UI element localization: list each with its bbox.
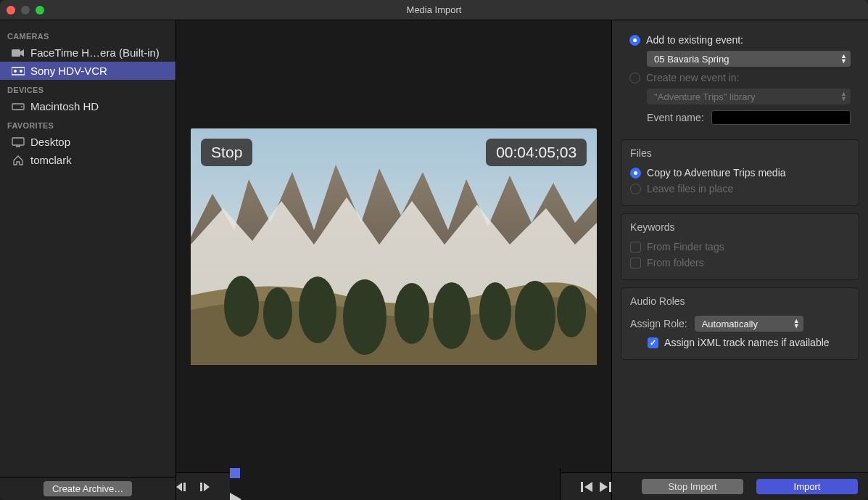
sidebar-item-home[interactable]: tomclark [0, 151, 175, 169]
video-preview: Stop 00:04:05;03 [191, 128, 597, 365]
sidebar-item-label: Desktop [30, 136, 70, 148]
svg-rect-22 [609, 482, 611, 492]
assign-ixml-check[interactable]: Assign iXML track names if available [630, 335, 850, 351]
select-value: "Adventure Trips" library [654, 91, 755, 102]
event-panel: Add to existing event: 05 Bavaria Spring… [621, 29, 859, 132]
checkbox-unchecked-icon [630, 258, 641, 269]
radio-unchecked-icon [629, 73, 640, 83]
maximize-window-button[interactable] [36, 6, 44, 15]
assign-role-label: Assign Role: [630, 318, 687, 329]
svg-point-15 [479, 282, 511, 340]
svg-point-17 [557, 285, 586, 337]
window-title: Media Import [0, 4, 868, 15]
preview-stop-button[interactable]: Stop [201, 139, 252, 166]
updown-caret-icon: ▲▼ [840, 54, 847, 64]
radio-label: Leave files in place [647, 183, 733, 194]
from-folders-check: From folders [630, 255, 850, 271]
close-window-button[interactable] [7, 6, 15, 15]
sidebar-item-sony-hdv[interactable]: Sony HDV-VCR [0, 62, 175, 80]
minimize-window-button[interactable] [21, 6, 30, 15]
add-to-existing-radio[interactable]: Add to existing event: [629, 32, 851, 48]
panel-title: Audio Roles [630, 295, 850, 307]
from-finder-tags-check: From Finder tags [630, 239, 850, 255]
svg-point-13 [394, 283, 429, 344]
audio-roles-panel: Audio Roles Assign Role: Automatically ▲… [621, 287, 859, 360]
import-button[interactable]: Import [756, 479, 858, 494]
select-value: Automatically [702, 319, 758, 329]
sidebar-item-macintosh-hd[interactable]: Macintosh HD [0, 97, 175, 115]
home-icon [12, 155, 25, 165]
svg-point-14 [433, 282, 471, 349]
checkbox-checked-icon [648, 337, 658, 348]
camera-icon [12, 48, 25, 58]
assign-role-select[interactable]: Automatically ▲▼ [695, 316, 803, 332]
sidebar-item-desktop[interactable]: Desktop [0, 133, 175, 151]
sidebar: CAMERAS FaceTime H…era (Built-in) Sony H… [0, 20, 176, 500]
desktop-icon [12, 137, 25, 147]
next-frame-button[interactable] [197, 482, 210, 492]
leave-in-place-radio: Leave files in place [630, 181, 850, 197]
radio-label: Copy to Adventure Trips media [647, 167, 785, 179]
svg-rect-18 [183, 483, 186, 491]
existing-event-select[interactable]: 05 Bavaria Spring ▲▼ [647, 51, 851, 67]
radio-unchecked-icon [630, 184, 641, 194]
event-name-label: Event name: [647, 112, 704, 123]
svg-point-2 [14, 70, 17, 73]
keywords-panel: Keywords From Finder tags From folders [621, 213, 859, 280]
svg-point-3 [20, 70, 22, 73]
svg-point-12 [343, 279, 387, 355]
sidebar-item-label: Sony HDV-VCR [30, 65, 107, 77]
stop-import-button[interactable]: Stop Import [642, 479, 743, 494]
files-panel: Files Copy to Adventure Trips media Leav… [621, 139, 859, 206]
go-to-start-button[interactable] [581, 482, 592, 492]
checkbox-unchecked-icon [630, 242, 641, 253]
sidebar-header-cameras: CAMERAS [0, 26, 175, 44]
drive-icon [12, 102, 25, 112]
check-label: From Finder tags [647, 241, 724, 253]
preview-timecode: 00:04:05;03 [486, 139, 587, 166]
svg-rect-7 [16, 146, 20, 147]
prev-frame-button[interactable] [176, 482, 189, 492]
svg-point-11 [299, 276, 336, 343]
panel-title: Files [630, 147, 850, 159]
radio-label: Create new event in: [646, 72, 739, 83]
transport-bar [176, 472, 611, 500]
check-label: Assign iXML track names if available [664, 337, 829, 348]
sidebar-item-label: Macintosh HD [30, 100, 99, 112]
radio-checked-icon [630, 168, 641, 179]
copy-to-library-radio[interactable]: Copy to Adventure Trips media [630, 165, 850, 181]
select-value: 05 Bavaria Spring [654, 54, 729, 65]
svg-point-9 [224, 276, 259, 337]
svg-point-16 [515, 281, 555, 351]
svg-rect-1 [12, 67, 25, 75]
library-select: "Adventure Trips" library ▲▼ [647, 89, 851, 104]
play-button[interactable] [230, 493, 560, 501]
sidebar-header-favorites: FAVORITES [0, 115, 175, 133]
check-label: From folders [647, 257, 704, 269]
create-archive-button[interactable]: Create Archive… [44, 481, 132, 496]
sidebar-header-devices: DEVICES [0, 80, 175, 97]
import-options: Add to existing event: 05 Bavaria Spring… [612, 20, 868, 500]
sidebar-item-label: FaceTime H…era (Built-in) [30, 46, 160, 59]
svg-rect-0 [12, 49, 20, 57]
preview-pane: Stop 00:04:05;03 [176, 20, 612, 500]
radio-checked-icon [629, 35, 640, 46]
svg-rect-21 [581, 482, 583, 492]
sidebar-item-label: tomclark [30, 154, 72, 166]
event-name-input[interactable] [711, 110, 851, 125]
updown-caret-icon: ▲▼ [840, 91, 847, 102]
svg-point-10 [263, 287, 292, 340]
titlebar: Media Import [0, 0, 868, 20]
radio-label: Add to existing event: [646, 34, 743, 46]
svg-rect-6 [12, 138, 24, 145]
updown-caret-icon: ▲▼ [793, 319, 800, 329]
svg-point-5 [21, 106, 22, 107]
svg-rect-19 [200, 483, 202, 491]
create-new-event-radio[interactable]: Create new event in: [629, 70, 851, 86]
sidebar-item-facetime[interactable]: FaceTime H…era (Built-in) [0, 44, 175, 62]
tape-icon [12, 66, 25, 76]
go-to-end-button[interactable] [600, 482, 611, 492]
panel-title: Keywords [630, 221, 850, 233]
